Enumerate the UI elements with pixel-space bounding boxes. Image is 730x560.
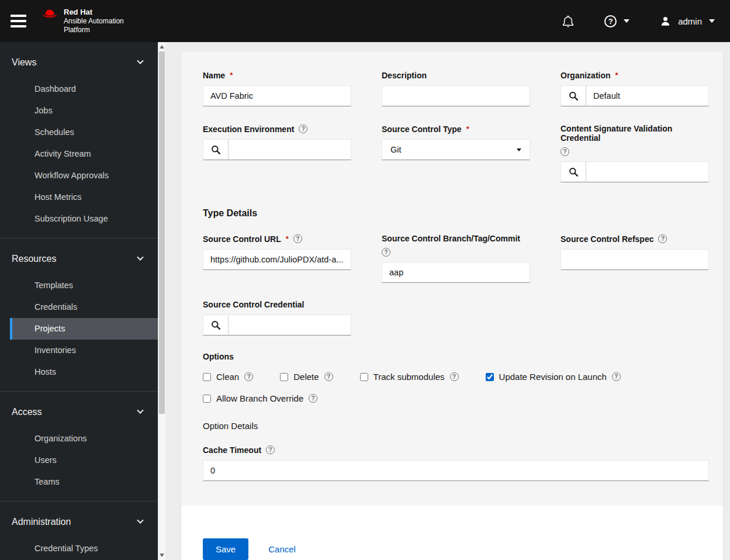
sidebar-item-credentials[interactable]: Credentials	[0, 296, 158, 318]
allow-branch-override-label: Allow Branch Override	[216, 393, 303, 403]
organization-label: Organization	[561, 71, 611, 80]
sidebar-item-host-metrics[interactable]: Host Metrics	[0, 186, 158, 208]
brand-line-3: Platform	[64, 26, 124, 34]
required-asterisk: *	[286, 234, 289, 243]
question-circle-icon[interactable]	[266, 445, 275, 454]
question-circle-icon[interactable]	[293, 234, 302, 243]
question-circle-icon[interactable]	[612, 372, 621, 381]
source-control-type-select[interactable]: Git	[382, 139, 530, 160]
sidebar-scrollbar-thumb[interactable]	[159, 51, 165, 414]
sidebar-item-subscription-usage[interactable]: Subscription Usage	[0, 208, 158, 230]
organization-lookup-button[interactable]	[561, 85, 586, 106]
source-control-refspec-label: Source Control Refspec	[561, 234, 653, 244]
cache-timeout-field: Cache Timeout	[203, 445, 709, 481]
required-asterisk: *	[466, 125, 469, 133]
source-control-refspec-field: Source Control Refspec	[561, 234, 709, 270]
question-circle-icon[interactable]	[299, 125, 307, 133]
user-menu-button[interactable]: admin	[660, 16, 715, 27]
options-row-1: Clean Delete Track submodules	[203, 372, 709, 382]
redhat-hat-icon	[41, 8, 59, 19]
sidebar-item-users[interactable]: Users	[0, 450, 158, 471]
execution-environment-input[interactable]	[229, 139, 351, 160]
update-revision-on-launch-label: Update Revision on Launch	[499, 372, 607, 382]
sidebar-item-hosts[interactable]: Hosts	[0, 361, 158, 383]
sidebar-item-teams[interactable]: Teams	[0, 471, 158, 493]
sidebar-item-jobs[interactable]: Jobs	[0, 100, 158, 122]
sidebar-item-templates[interactable]: Templates	[0, 275, 158, 296]
organization-input[interactable]	[586, 85, 709, 106]
sidebar-item-credential-types[interactable]: Credential Types	[0, 538, 158, 559]
clean-label: Clean	[216, 372, 239, 382]
menu-icon[interactable]	[11, 15, 26, 27]
main-content: Name * Description	[165, 42, 730, 560]
source-control-credential-input[interactable]	[229, 314, 351, 336]
cache-timeout-input[interactable]	[203, 460, 709, 481]
content-signature-credential-input[interactable]	[586, 161, 709, 182]
user-label: admin	[678, 16, 702, 26]
user-icon	[660, 16, 671, 27]
bell-icon	[562, 15, 574, 27]
nav-group-label: Administration	[12, 517, 71, 527]
question-circle-icon[interactable]	[324, 372, 333, 381]
update-revision-on-launch-checkbox[interactable]	[486, 373, 494, 381]
sidebar-nav: Views Dashboard Jobs Schedules Activity …	[0, 42, 158, 560]
clean-checkbox[interactable]	[203, 373, 211, 381]
source-control-credential-field: Source Control Credential	[203, 299, 351, 336]
question-circle-icon[interactable]	[309, 394, 317, 403]
source-control-branch-input[interactable]	[382, 262, 530, 283]
execution-environment-lookup-button[interactable]	[203, 139, 229, 160]
notifications-button[interactable]	[562, 15, 574, 27]
sidebar-item-activity-stream[interactable]: Activity Stream	[0, 143, 158, 165]
sidebar-item-dashboard[interactable]: Dashboard	[0, 78, 158, 100]
required-asterisk: *	[615, 71, 618, 79]
question-circle-icon: ?	[604, 15, 617, 27]
help-menu-button[interactable]: ?	[604, 15, 629, 27]
sidebar-item-inventories[interactable]: Inventories	[0, 340, 158, 361]
nav-group-toggle-resources[interactable]: Resources	[0, 247, 158, 271]
options-row-2: Allow Branch Override	[203, 393, 709, 403]
nav-group-toggle-administration[interactable]: Administration	[0, 510, 158, 534]
name-label: Name	[203, 71, 225, 80]
nav-group-views: Views Dashboard Jobs Schedules Activity …	[0, 42, 158, 238]
sidebar-item-workflow-approvals[interactable]: Workflow Approvals	[0, 165, 158, 186]
content-signature-credential-lookup-button[interactable]	[561, 161, 586, 182]
sidebar-item-schedules[interactable]: Schedules	[0, 122, 158, 143]
chevron-down-icon	[137, 407, 143, 414]
question-circle-icon[interactable]	[244, 372, 253, 381]
source-control-branch-field: Source Control Branch/Tag/Commit	[382, 234, 530, 283]
question-circle-icon[interactable]	[382, 248, 390, 257]
option-details-title: Option Details	[203, 421, 709, 431]
save-button[interactable]: Save	[203, 538, 248, 560]
question-circle-icon[interactable]	[658, 234, 667, 243]
clean-checkbox-label: Clean	[203, 372, 253, 382]
allow-branch-override-checkbox[interactable]	[203, 395, 211, 403]
nav-group-toggle-access[interactable]: Access	[0, 400, 158, 424]
track-submodules-checkbox[interactable]	[360, 373, 368, 381]
source-control-type-field: Source Control Type * Git	[382, 124, 530, 160]
question-circle-icon[interactable]	[561, 147, 569, 156]
brand-line-2: Ansible Automation	[64, 17, 124, 26]
description-field: Description	[382, 70, 530, 106]
sidebar-item-organizations[interactable]: Organizations	[0, 428, 158, 450]
description-input[interactable]	[382, 85, 530, 106]
track-submodules-label: Track submodules	[373, 372, 445, 382]
name-field: Name *	[203, 70, 351, 106]
sidebar-item-projects[interactable]: Projects	[10, 318, 158, 340]
nav-group-access: Access Organizations Users Teams	[0, 392, 158, 501]
source-control-credential-lookup-button[interactable]	[203, 314, 229, 336]
nav-group-toggle-views[interactable]: Views	[0, 50, 158, 75]
source-control-refspec-input[interactable]	[561, 249, 709, 270]
question-circle-icon[interactable]	[450, 372, 459, 381]
chevron-down-icon	[137, 517, 143, 524]
name-input[interactable]	[203, 85, 351, 106]
chevron-down-icon	[137, 58, 143, 64]
source-control-url-input[interactable]	[203, 249, 351, 270]
cancel-button[interactable]: Cancel	[268, 544, 296, 554]
nav-group-administration: Administration Credential Types	[0, 502, 158, 560]
scroll-up-icon[interactable]	[160, 45, 164, 49]
delete-checkbox[interactable]	[280, 373, 288, 381]
update-revision-on-launch-checkbox-label: Update Revision on Launch	[486, 372, 621, 382]
scroll-down-icon[interactable]	[160, 554, 164, 557]
chevron-down-icon	[137, 254, 143, 261]
sidebar-scrollbar[interactable]	[158, 42, 165, 560]
